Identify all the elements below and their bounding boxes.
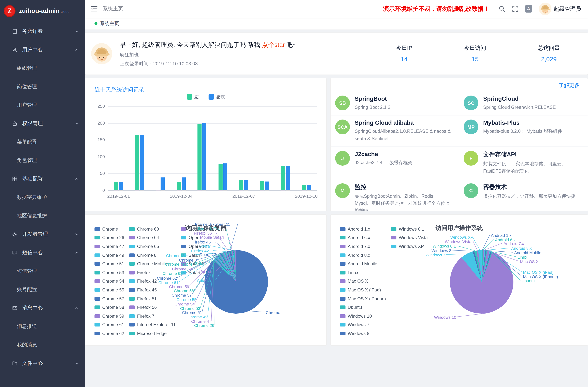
legend-item[interactable]: Chrome 57 [94,294,124,303]
bar-you[interactable] [302,185,306,190]
bar-you[interactable] [114,182,118,190]
learn-more-link[interactable]: 了解更多 [559,82,580,89]
legend-item[interactable]: Chrome 61 [94,320,124,329]
tech-item-3[interactable]: MPMybatis-PlusMybatis-plus 3.2.0： Mybati… [459,116,588,147]
sidebar-item-3[interactable]: 基础配置 [0,170,85,188]
bar-total[interactable] [265,182,269,190]
legend-item[interactable]: Windows 10 [340,312,386,320]
legend-item[interactable]: Chrome 53 [94,268,124,277]
collapse-menu-icon[interactable] [90,5,98,13]
bar-you[interactable] [260,181,264,190]
sidebar-subitem[interactable]: 账号配置 [0,280,85,299]
fullscreen-icon[interactable] [512,5,519,13]
legend-item[interactable]: Chrome 54 [94,277,124,285]
legend-item[interactable]: Mac OS X (iPad) [340,285,386,294]
legend-item[interactable]: Firefox 51 [129,294,176,303]
bar-total[interactable] [307,185,311,190]
sidebar-item-1[interactable]: 用户中心 [0,41,85,59]
legend-item[interactable]: Windows 8.1 [391,225,428,233]
tech-item-7[interactable]: C容器技术虚拟化容器技术，让迁移、部署更加方便快捷 [459,179,588,211]
bar-total[interactable] [182,178,186,190]
legend-item[interactable]: Chrome 59 [94,312,124,320]
legend-item[interactable]: Windows 8 [340,329,386,338]
legend-item[interactable]: Windows Vista [391,233,428,242]
bar-total[interactable] [202,123,207,190]
bar-you[interactable] [281,166,285,190]
bar-total[interactable] [119,182,123,190]
sidebar-item-2[interactable]: 权限管理 [0,114,85,133]
legend-item[interactable]: Windows XP [391,242,428,251]
breadcrumb[interactable]: 系统主页 [103,5,123,12]
sidebar-item-5[interactable]: 短信中心 [0,244,85,262]
legend-item[interactable]: Chrome 49 [94,251,124,260]
sidebar-item-7[interactable]: 文件中心 [0,354,85,373]
sidebar-subitem[interactable]: 地区信息维护 [0,207,85,225]
tech-item-4[interactable]: JJ2cacheJ2cache2.7.8: 二级缓存框架 [331,147,459,179]
sidebar-item-0[interactable]: 务必详看 [0,22,85,41]
font-size-icon[interactable]: A [525,5,532,13]
legend-item[interactable]: Chrome 55 [94,285,124,294]
sidebar-subitem[interactable]: 短信管理 [0,262,85,280]
tech-item-1[interactable]: SCSpringCloudSpring Cloud Greenwich.RELE… [459,91,588,116]
legend-item[interactable]: Internet Explorer 11 [129,320,176,329]
legend-item[interactable]: Mac OS X (iPhone) [340,294,386,303]
legend-item[interactable]: Android 1.x [340,225,386,233]
username[interactable]: 超级管理员 [554,5,581,12]
legend-item[interactable]: Chrome 65 [129,242,176,251]
bar-you[interactable] [177,182,181,190]
legend-item[interactable]: Chrome 58 [94,303,124,312]
sidebar-subitem[interactable]: 组织管理 [0,59,85,78]
bar-you[interactable] [239,180,243,190]
legend-item[interactable]: Android Mobile [340,260,386,268]
tech-item-5[interactable]: F文件存储API封装文件接口，实现本地存储、阿里云、FastDFS存储的配置化 [459,147,588,179]
sidebar-subitem[interactable]: 数据字典维护 [0,188,85,207]
bar-total[interactable] [161,178,165,190]
legend-item[interactable]: Firefox 7 [129,312,176,320]
bar-total[interactable] [286,166,290,190]
legend-item[interactable]: Mac OS X [340,277,386,285]
legend-item[interactable]: Firefox 45 [129,285,176,294]
tech-item-0[interactable]: SBSpringBootSpring Boot 2.1.2 [331,91,459,116]
bar-total[interactable] [140,135,144,190]
legend-item[interactable]: Windows 7 [340,320,386,329]
sidebar-subitem[interactable]: 我的消息 [0,336,85,354]
legend-item[interactable]: Chrome [94,225,124,233]
bar-you[interactable] [198,124,202,190]
legend-item[interactable]: Firefox 56 [129,303,176,312]
legend-item[interactable]: Android 6.x [340,233,386,242]
bar-total[interactable] [244,180,248,190]
sidebar-item-4[interactable]: 开发者管理 [0,225,85,244]
legend-item[interactable]: Chrome 63 [129,225,176,233]
bar-legend-item[interactable]: 总数 [208,94,225,100]
search-icon[interactable] [498,5,506,13]
stat-label: 今日访问 [464,44,486,51]
tech-item-6[interactable]: M监控集成SpringBootAdmin、Zipkin、Redis、Mysql、… [331,179,459,211]
bar-you[interactable] [218,164,223,190]
bar-total[interactable] [223,163,227,190]
legend-item[interactable]: Android 7.x [340,242,386,251]
bar-you[interactable] [156,190,160,190]
legend-item[interactable]: Chrome 26 [94,233,124,242]
sidebar-subitem[interactable]: 角色管理 [0,151,85,170]
os-pie[interactable] [450,250,513,314]
user-avatar[interactable] [539,2,551,15]
logo[interactable]: Z zuihou-admincloud [0,0,85,22]
legend-item[interactable]: Microsoft Edge [129,329,176,338]
tech-item-2[interactable]: SCASpring Cloud alibabaSpringCloudAlibab… [331,116,459,147]
sidebar-item-6[interactable]: 消息中心 [0,299,85,317]
sidebar-subitem[interactable]: 菜单配置 [0,133,85,151]
legend-item[interactable]: Android 8.x [340,251,386,260]
sidebar-subitem[interactable]: 消息推送 [0,317,85,336]
legend-item[interactable]: Chrome 62 [94,329,124,338]
legend-item[interactable]: Chrome 47 [94,242,124,251]
legend-item[interactable]: Chrome 51 [94,260,124,268]
bar-you[interactable] [135,135,139,190]
legend-item[interactable]: Ubuntu [340,303,386,312]
sidebar-subitem[interactable]: 岗位管理 [0,78,85,96]
star-link[interactable]: 点个star [262,41,285,48]
tab-home[interactable]: 系统主页 [89,18,125,30]
bar-legend-item[interactable]: 您 [187,94,199,100]
legend-item[interactable]: Linux [340,268,386,277]
legend-item[interactable]: Chrome 64 [129,233,176,242]
sidebar-subitem[interactable]: 用户管理 [0,96,85,114]
